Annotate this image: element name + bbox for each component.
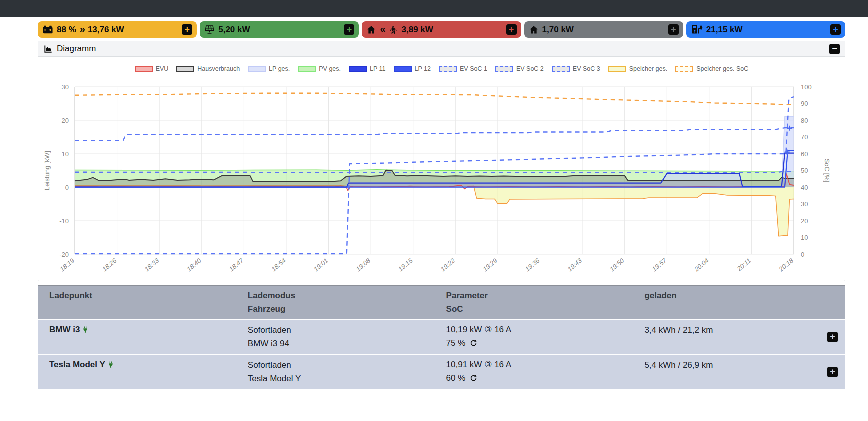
status-badges-row: 88 % » 13,76 kW + 5,20 kW + « 3,89 kW + … — [38, 21, 845, 38]
svg-text:18:26: 18:26 — [101, 256, 118, 273]
car-battery-icon — [42, 25, 53, 35]
legend-item[interactable]: Speicher ges. — [608, 65, 667, 72]
legend-label: PV ges. — [319, 65, 341, 72]
home-icon — [529, 25, 539, 35]
svg-text:18:33: 18:33 — [143, 256, 161, 273]
svg-text:80: 80 — [801, 117, 808, 124]
svg-text:18:40: 18:40 — [185, 256, 203, 273]
header-parameter: Parameter — [446, 289, 634, 302]
diagram-panel-header[interactable]: Diagramm − — [38, 41, 845, 57]
legend-item[interactable]: EV SoC 1 — [439, 65, 487, 72]
legend-label: LP ges. — [269, 65, 290, 72]
house-expand-button[interactable]: + — [668, 24, 679, 35]
diagram-chart: 3020100-10-20100908070605040302010018:19… — [38, 75, 845, 276]
svg-text:19:08: 19:08 — [354, 256, 372, 273]
legend-item[interactable]: LP ges. — [248, 65, 290, 72]
panel-title: Diagramm — [57, 44, 96, 54]
charged-amount: 5,4 kWh / 26,9 km — [644, 358, 822, 372]
chargepoints-power-value: 21,15 kW — [706, 25, 743, 35]
charge-power: 10,19 kW — [446, 325, 482, 334]
grid-power-value: 3,89 kW — [402, 25, 433, 35]
header-ladepunkt: Ladepunkt — [49, 289, 237, 302]
svg-text:19:15: 19:15 — [397, 256, 414, 273]
angles-left-icon: « — [380, 23, 384, 35]
legend-item[interactable]: EVU — [135, 65, 169, 72]
svg-text:18:47: 18:47 — [228, 256, 245, 273]
vehicle-name: Tesla Model Y — [248, 372, 435, 385]
legend-swatch — [495, 66, 513, 72]
legend-item[interactable]: Speicher ges. SoC — [675, 65, 748, 72]
svg-text:60: 60 — [801, 150, 808, 158]
charged-amount: 3,4 kWh / 21,2 km — [644, 323, 822, 337]
table-header-row: Ladepunkt Lademodus Fahrzeug Parameter S… — [38, 286, 845, 319]
battery-power-value: 13,76 kW — [88, 25, 124, 35]
svg-text:10: 10 — [801, 234, 808, 241]
chargepoints-expand-button[interactable]: + — [830, 24, 841, 35]
battery-expand-button[interactable]: + — [182, 24, 192, 35]
grid-expand-button[interactable]: + — [506, 24, 517, 35]
svg-text:100: 100 — [801, 83, 812, 91]
chargepoint-row: BMW i3 Sofortladen BMW i3 94 10,19 kW ③ … — [38, 319, 845, 354]
svg-text:-20: -20 — [59, 251, 69, 258]
chargepoint-expand-button[interactable]: + — [827, 332, 838, 342]
legend-item[interactable]: LP 11 — [349, 65, 386, 72]
charge-mode: Sofortladen — [248, 358, 435, 372]
badge-chargepoints[interactable]: 21,15 kW + — [686, 21, 845, 38]
badge-grid[interactable]: « 3,89 kW + — [362, 21, 521, 38]
pv-power-value: 5,20 kW — [218, 25, 250, 35]
svg-text:20:04: 20:04 — [692, 257, 710, 273]
header-fahrzeug: Fahrzeug — [248, 302, 435, 316]
charging-station-icon — [691, 24, 703, 35]
legend-item[interactable]: PV ges. — [298, 65, 341, 72]
badge-pv[interactable]: 5,20 kW + — [200, 21, 359, 38]
house-power-value: 1,70 kW — [542, 25, 574, 35]
legend-swatch — [176, 66, 194, 72]
svg-text:19:29: 19:29 — [481, 257, 499, 273]
badge-battery[interactable]: 88 % » 13,76 kW + — [38, 21, 197, 38]
refresh-soc-icon[interactable] — [470, 337, 477, 351]
svg-text:-10: -10 — [59, 217, 69, 225]
svg-text:70: 70 — [801, 133, 808, 141]
legend-label: EV SoC 1 — [460, 65, 487, 72]
charge-current: 16 A — [494, 325, 511, 334]
svg-text:10: 10 — [62, 150, 69, 158]
battery-soc-value: 88 % — [57, 25, 76, 35]
legend-label: Speicher ges. — [629, 65, 667, 72]
legend-label: LP 11 — [370, 65, 386, 72]
chargepoint-expand-button[interactable]: + — [827, 367, 838, 377]
svg-text:19:22: 19:22 — [439, 256, 457, 273]
legend-label: EV SoC 3 — [573, 65, 600, 72]
diagram-collapse-button[interactable]: − — [829, 44, 840, 54]
pv-expand-button[interactable]: + — [344, 24, 354, 35]
diagram-panel-body: EVUHausverbrauchLP ges.PV ges.LP 11LP 12… — [38, 57, 845, 281]
chargepoint-row: Tesla Model Y Sofortladen Tesla Model Y … — [38, 354, 845, 389]
legend-item[interactable]: Hausverbrauch — [176, 65, 240, 72]
legend-item[interactable]: EV SoC 3 — [552, 65, 600, 72]
header-lademodus: Lademodus — [248, 289, 435, 302]
legend-item[interactable]: LP 12 — [394, 65, 431, 72]
charge-power: 10,91 kW — [446, 360, 482, 369]
refresh-soc-icon[interactable] — [470, 372, 477, 386]
legend-label: Hausverbrauch — [197, 65, 240, 72]
svg-text:0: 0 — [65, 184, 69, 191]
vehicle-name: BMW i3 94 — [248, 337, 435, 350]
svg-text:30: 30 — [62, 83, 69, 91]
transmission-tower-icon — [388, 24, 398, 35]
legend-swatch — [675, 66, 693, 72]
svg-text:0: 0 — [801, 251, 804, 258]
svg-text:18:54: 18:54 — [270, 257, 287, 273]
legend-swatch — [439, 66, 457, 72]
chargepoint-table: Ladepunkt Lademodus Fahrzeug Parameter S… — [38, 285, 845, 389]
legend-swatch — [298, 66, 316, 72]
legend-swatch — [349, 66, 367, 72]
svg-text:50: 50 — [801, 167, 808, 174]
header-geladen: geladen — [644, 289, 822, 302]
legend-item[interactable]: EV SoC 2 — [495, 65, 544, 72]
badge-house[interactable]: 1,70 kW + — [524, 21, 683, 38]
plug-icon — [82, 324, 89, 337]
svg-text:30: 30 — [801, 200, 808, 208]
svg-text:SoC [%]: SoC [%] — [823, 159, 831, 183]
legend-swatch — [248, 66, 266, 72]
svg-text:90: 90 — [801, 100, 808, 107]
header-soc: SoC — [446, 302, 634, 316]
